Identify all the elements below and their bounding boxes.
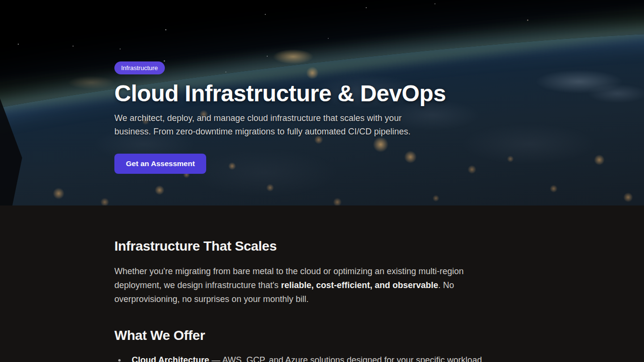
- list-item-cloud-architecture: Cloud Architecture — AWS, GCP, and Azure…: [114, 353, 530, 362]
- hero-content: Infrastructure Cloud Infrastructure & De…: [114, 0, 530, 174]
- list-item-term: Cloud Architecture: [132, 355, 209, 362]
- list-item-description: AWS, GCP, and Azure solutions designed f…: [222, 355, 482, 362]
- paragraph-bold-phrase: reliable, cost-efficient, and observable: [281, 280, 438, 290]
- section-heading-infrastructure-that-scales: Infrastructure That Scales: [114, 238, 530, 254]
- section-heading-what-we-offer: What We Offer: [114, 327, 530, 344]
- hero-subtitle: We architect, deploy, and manage cloud i…: [114, 111, 437, 138]
- page-title: Cloud Infrastructure & DevOps: [114, 80, 530, 107]
- bullet-icon: [118, 359, 121, 362]
- page: Infrastructure Cloud Infrastructure & De…: [0, 0, 644, 362]
- list-item-separator: —: [209, 355, 222, 362]
- get-assessment-button[interactable]: Get an Assessment: [114, 154, 206, 174]
- category-badge: Infrastructure: [114, 61, 165, 74]
- main-content: Infrastructure That Scales Whether you'r…: [0, 205, 644, 362]
- hero-section: Infrastructure Cloud Infrastructure & De…: [0, 0, 644, 205]
- offer-list: Cloud Architecture — AWS, GCP, and Azure…: [114, 353, 530, 362]
- intro-paragraph: Whether you're migrating from bare metal…: [114, 265, 504, 306]
